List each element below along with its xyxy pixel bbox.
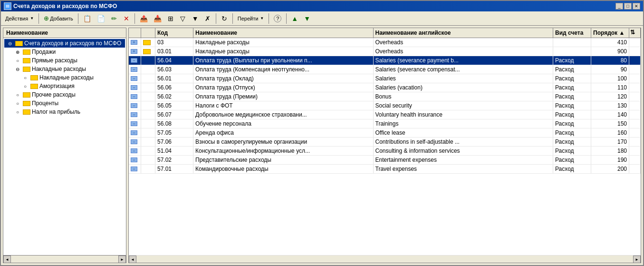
row-expand-icon[interactable]: − [129,65,141,74]
row-code: 56.05 [155,101,193,110]
table-row[interactable]: −56.01Оплата труда (Оклад)SalariesРасход… [129,74,641,83]
row-expand-icon[interactable]: − [129,119,141,128]
tree-item-9[interactable]: ○Налог на прибыль [4,108,125,116]
row-expand-icon[interactable]: − [129,83,141,92]
tree-toggle-icon[interactable]: ⊖ [14,67,21,72]
header-code[interactable]: Код [155,28,193,38]
row-expand-icon[interactable]: − [129,147,141,155]
row-expand-icon[interactable]: − [129,101,141,110]
title-bar: III Счета доходов и расходов по МСФО _ □… [1,1,643,11]
row-expand-icon[interactable]: − [129,110,141,119]
table-row[interactable]: −56.08Обучение персоналаTrainingsРасход1… [129,119,641,128]
header-vid[interactable]: Вид счета [553,28,591,38]
tree-item-6[interactable]: ○Амортизация [4,82,125,90]
scroll-left-button[interactable]: ◄ [3,256,11,263]
row-folder-icon [141,110,155,119]
row-order: 80 [591,56,629,65]
table-row[interactable]: −56.05Налоги с ФОТSocial securityРасход1… [129,101,641,110]
copy2-button[interactable]: 📄 [95,13,107,24]
minimize-button[interactable]: _ [615,3,623,10]
tree-toggle-icon[interactable]: ○ [14,101,21,106]
tree-view[interactable]: ⊖Счета доходов и расходов по МСФО⊕Продаж… [3,38,126,255]
scroll-track[interactable] [11,256,118,263]
goto-dropdown-button[interactable]: Перейти ▼ [235,13,267,24]
tree-toggle-icon[interactable]: ○ [21,84,29,89]
row-expand-icon[interactable]: + [129,47,141,56]
tree-toggle-icon[interactable]: ○ [14,109,21,115]
row-name: Взносы в саморегулируемые организации [193,138,374,146]
table-body[interactable]: +03Накладные расходыOverheads410+03.01На… [129,38,641,255]
tree-item-label: Амортизация [39,83,75,89]
goto-dropdown-arrow-icon: ▼ [260,16,264,20]
filter-button[interactable]: ▽ [177,13,189,24]
row-order: 410 [591,38,629,47]
clear-filter-button[interactable]: ✗ [202,13,213,24]
row-last-cell [629,128,641,137]
table-row[interactable]: +03.01Накладные расходыOverheads900 [129,47,641,56]
filter2-button[interactable]: ▼ [190,13,201,24]
header-folder [141,28,155,38]
title-bar-buttons: _ □ ✕ [615,3,640,10]
row-last-cell [629,138,641,146]
clear-filter-icon: ✗ [205,15,211,22]
tree-toggle-icon[interactable]: ○ [14,58,21,63]
copy-button[interactable]: 📋 [81,13,94,24]
tree-item-4[interactable]: ⊖Накладные расходы [4,65,125,73]
table-row[interactable]: −56.02Оплата труда (Премии)BonusРасход12… [129,92,641,101]
edit-icon: ✏ [111,15,117,22]
table-button[interactable]: ⊞ [165,13,176,24]
header-sort-btn[interactable]: ⇅ [629,28,641,38]
row-expand-icon[interactable]: − [129,156,141,164]
scroll-right-right-button[interactable]: ► [633,256,641,263]
help-button[interactable]: ? [271,13,284,24]
close-button[interactable]: ✕ [633,3,640,10]
tree-item-2[interactable]: ⊕Продажи [4,48,125,56]
header-name[interactable]: Наименование [193,28,374,38]
up-button[interactable]: ▲ [289,13,300,24]
table-row[interactable]: +03Накладные расходыOverheads410 [129,38,641,47]
import-button[interactable]: 📥 [151,13,164,24]
table-row[interactable]: −51.04Консультационные/информационные ус… [129,147,641,156]
row-expand-icon[interactable]: − [129,92,141,101]
actions-dropdown-button[interactable]: Действия ▼ [3,13,36,24]
table-row[interactable]: −56.06Оплата труда (Отпуск)Salaries (vac… [129,83,641,92]
row-name: Накладные расходы [193,38,374,47]
scroll-right-button[interactable]: ► [118,256,126,263]
tree-toggle-icon[interactable]: ⊕ [14,49,21,55]
delete-button[interactable]: ✕ [121,13,132,24]
row-folder-icon [141,74,155,83]
row-expand-icon[interactable]: − [129,165,141,173]
row-expand-icon[interactable]: − [129,128,141,137]
tree-toggle-icon[interactable]: ○ [14,92,21,98]
table-row[interactable]: −56.03Оплата труда (Компенсация неотгуле… [129,65,641,74]
header-ename[interactable]: Наименование английское [374,28,554,38]
table-row[interactable]: −57.01Командировочные расходыTravel expe… [129,165,641,174]
maximize-button[interactable]: □ [624,3,632,10]
row-expand-icon[interactable]: − [129,138,141,146]
table-row[interactable]: −57.06Взносы в саморегулируемые организа… [129,138,641,147]
row-expand-icon[interactable]: − [129,74,141,83]
down-button[interactable]: ▼ [301,13,313,24]
edit-button[interactable]: ✏ [108,13,120,24]
header-order[interactable]: Порядок ▲ [591,28,629,38]
separator-6 [269,13,269,24]
row-expand-icon[interactable]: + [129,38,141,47]
tree-item-8[interactable]: ○Проценты [4,99,125,108]
folder-icon [23,109,30,115]
table-row[interactable]: −56.04Оплата труда (Выплаты при увольнен… [129,56,641,65]
tree-toggle-icon[interactable]: ○ [21,75,29,80]
row-expand-icon[interactable]: − [129,56,141,65]
tree-item-1[interactable]: ⊖Счета доходов и расходов по МСФО [4,39,125,48]
tree-item-5[interactable]: ○Накладные расходы [4,73,125,82]
table-row[interactable]: −57.02Представительские расходыEntertain… [129,156,641,165]
add-button[interactable]: ⊕ Добавить [41,13,76,24]
scroll-right-left-button[interactable]: ◄ [129,256,136,263]
refresh-button[interactable]: ↻ [219,13,230,24]
tree-toggle-icon[interactable]: ⊖ [6,41,14,46]
table-row[interactable]: −57.05Аренда офисаOffice leaseРасход160 [129,128,641,138]
export-button[interactable]: 📤 [137,13,150,24]
tree-item-3[interactable]: ○Прямые расходы [4,56,125,65]
table-row[interactable]: −56.07Добровольное медицинское страхован… [129,110,641,119]
right-scroll-track[interactable] [136,256,633,263]
tree-item-7[interactable]: ○Прочие расходы [4,90,125,99]
